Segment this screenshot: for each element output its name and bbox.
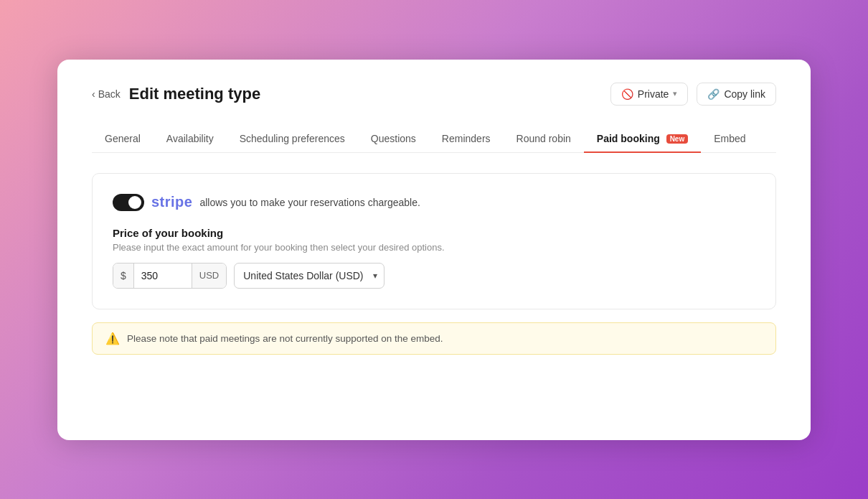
tab-availability[interactable]: Availability [154, 126, 227, 153]
stripe-description: allows you to make your reservations cha… [199, 197, 420, 208]
header-left: ‹ Back Edit meeting type [92, 85, 260, 103]
page-header: ‹ Back Edit meeting type 🚫 Private ▾ 🔗 C… [92, 83, 776, 106]
stripe-toggle[interactable] [113, 194, 144, 211]
toggle-thumb [128, 196, 141, 209]
stripe-logo: stripe [151, 194, 192, 210]
header-right: 🚫 Private ▾ 🔗 Copy link [610, 83, 776, 106]
tab-general[interactable]: General [92, 126, 154, 153]
private-button[interactable]: 🚫 Private ▾ [610, 83, 689, 106]
warning-text: Please note that paid meetings are not c… [127, 333, 443, 344]
tab-embed[interactable]: Embed [701, 126, 758, 153]
price-title: Price of your booking [113, 227, 755, 239]
page-title: Edit meeting type [129, 85, 260, 103]
price-input-row: $ USD United States Dollar (USD) Euro (E… [113, 263, 755, 289]
paid-booking-box: stripe allows you to make your reservati… [92, 173, 776, 309]
main-card: ‹ Back Edit meeting type 🚫 Private ▾ 🔗 C… [57, 60, 811, 440]
back-button[interactable]: ‹ Back [92, 88, 121, 100]
link-icon: 🔗 [707, 88, 720, 100]
tab-paidbooking[interactable]: Paid booking New [584, 126, 701, 153]
stripe-row: stripe allows you to make your reservati… [113, 194, 755, 211]
currency-select[interactable]: United States Dollar (USD) Euro (EUR) Br… [234, 263, 385, 289]
toggle-track [113, 194, 144, 211]
price-description: Please input the exact amount for your b… [113, 242, 755, 253]
new-badge: New [666, 134, 689, 144]
private-label: Private [638, 88, 669, 100]
back-chevron-icon: ‹ [92, 88, 95, 100]
private-chevron-icon: ▾ [673, 89, 677, 98]
copy-link-button[interactable]: 🔗 Copy link [697, 83, 776, 106]
amount-input[interactable] [134, 270, 192, 281]
dollar-sign: $ [113, 264, 134, 288]
back-label: Back [98, 88, 121, 100]
price-input-box: $ USD [113, 263, 227, 289]
tab-bar: General Availability Scheduling preferen… [92, 126, 776, 153]
tab-scheduling[interactable]: Scheduling preferences [227, 126, 358, 153]
tab-questions[interactable]: Questions [358, 126, 429, 153]
warning-banner: ⚠️ Please note that paid meetings are no… [92, 322, 776, 355]
tab-reminders[interactable]: Reminders [429, 126, 504, 153]
currency-code: USD [192, 264, 226, 288]
warning-icon: ⚠️ [105, 332, 120, 345]
tab-roundrobin[interactable]: Round robin [504, 126, 584, 153]
currency-select-wrap: United States Dollar (USD) Euro (EUR) Br… [234, 263, 385, 289]
price-section: Price of your booking Please input the e… [113, 227, 755, 289]
copy-link-label: Copy link [724, 88, 765, 100]
eye-off-icon: 🚫 [621, 88, 633, 100]
